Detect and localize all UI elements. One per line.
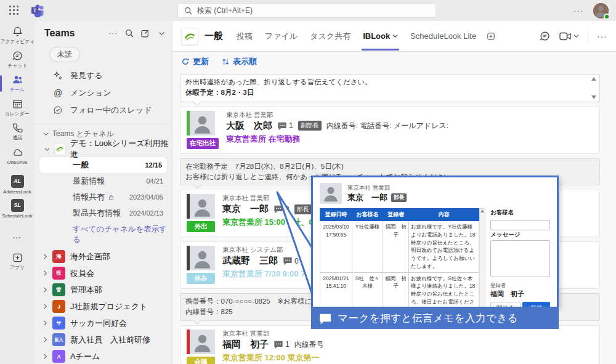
compose-chevron-icon[interactable] — [159, 31, 164, 36]
rail-item-calendar[interactable]: カレンダー — [0, 95, 34, 119]
sort-order-button[interactable]: 表示順 — [221, 56, 257, 67]
memo-content: お疲れ様です。Y社佐藤様よりお電話ありました。18時戻りの旨伝えたところ、明日改… — [409, 221, 479, 273]
location-status[interactable]: 東京営業所 12:00 東京第一 — [222, 352, 593, 363]
sidebar-item-discover[interactable]: 発見する — [34, 67, 172, 84]
channel-header: 一般 投稿 ファイル タスク共有 IBLook ScheduleLook Lit… — [172, 21, 616, 52]
channel-latest-info[interactable]: 最新情報 04/21 — [34, 173, 172, 189]
table-row[interactable]: 2025/01/21 15:41:10 S社 佐々木様 福岡 初子 お疲れ様です… — [320, 272, 479, 309]
chevron-down-icon — [392, 34, 398, 38]
person-name: 福岡 初子 — [222, 339, 269, 350]
refresh-button[interactable]: 更新 — [181, 56, 209, 67]
channel-date: 12/15 — [145, 161, 162, 169]
look-series-logo — [181, 28, 198, 45]
cloud-icon — [11, 147, 23, 158]
titlebar-more-icon[interactable]: ··· — [573, 6, 583, 15]
status-badge: 休み — [187, 273, 215, 284]
teams-people-icon — [11, 74, 24, 86]
memo-customer: Y社佐藤様 — [352, 221, 383, 273]
tab-schedulelook-lite[interactable]: ScheduleLook Lite — [410, 31, 476, 41]
teams-window: T 検索 (Ctrl+Alt+E) ··· アクティビティ チャット チーム カ… — [0, 0, 616, 364]
scroll-up-icon[interactable] — [480, 209, 484, 212]
rail-item-schedulelook[interactable]: SL ScheduleLook — [0, 196, 34, 220]
compose-icon[interactable] — [141, 29, 152, 38]
person-photo[interactable] — [187, 246, 215, 270]
svg-text:T: T — [33, 7, 37, 14]
add-app-icon — [12, 252, 23, 264]
teams-logo-icon[interactable]: T — [31, 4, 46, 17]
teams-sidebar: Teams ··· 未読 発見する @ メンション フォロー中のスレッド Tea… — [34, 21, 172, 364]
tab-files[interactable]: ファイル — [265, 31, 298, 42]
memo-registrant: 福岡 初子 — [383, 221, 409, 273]
phone-icon — [12, 122, 23, 134]
rail-item-calls[interactable]: 通話 — [0, 119, 34, 144]
rail-item-onedrive[interactable]: OneDrive — [0, 144, 34, 168]
search-icon — [184, 7, 192, 15]
lock-icon — [108, 194, 115, 201]
channel-product-share[interactable]: 製品共有情報 2024/02/13 — [34, 205, 172, 221]
show-all-channels-link[interactable]: すべてのチャネルを表示する — [34, 221, 172, 248]
spin-down-icon[interactable] — [591, 95, 596, 99]
meet-now-button[interactable] — [559, 31, 579, 41]
tab-posts[interactable]: 投稿 — [237, 31, 253, 42]
presence-bar — [187, 246, 190, 270]
team-new-employees[interactable]: 新入 新入社員 入社前研修 — [34, 331, 172, 348]
rail-item-chat[interactable]: チャット — [0, 47, 34, 71]
memo-bubble-icon[interactable] — [274, 340, 283, 349]
team-overseas-planning[interactable]: 海 海外企画部 — [34, 248, 172, 265]
chevron-right-icon — [43, 320, 47, 326]
notes-banner[interactable]: 外出時連絡があった際、折り返しする旨伝えてください。 休暇予定：8月2・3日 — [180, 74, 600, 102]
registrant-name: 福岡 初子 — [490, 289, 550, 299]
rail-item-activity[interactable]: アクティビティ — [0, 23, 34, 47]
header-more-icon[interactable]: ··· — [597, 31, 607, 41]
team-j-project[interactable]: J J社新規プロジェクト — [34, 298, 172, 315]
add-tab-icon[interactable] — [486, 31, 496, 41]
calendar-icon — [12, 98, 23, 110]
spin-up-icon[interactable] — [591, 77, 596, 81]
user-avatar[interactable] — [593, 3, 609, 18]
memo-datetime: 2025/03/10 17:50:55 — [320, 221, 352, 273]
channel-date: 2024/02/13 — [129, 209, 163, 217]
person-photo[interactable] — [187, 111, 215, 135]
banner-spinner — [591, 77, 596, 99]
customer-name-input[interactable] — [490, 220, 550, 230]
col-header: 登録日時 — [320, 209, 352, 221]
rail-item-apps[interactable]: アプリ — [0, 249, 34, 273]
app-launcher-icon[interactable] — [6, 4, 22, 17]
more-apps-icon: ··· — [13, 234, 22, 241]
job-title-badge: 部長 — [391, 193, 407, 202]
table-scrollbar[interactable] — [479, 208, 485, 309]
search-input[interactable]: 検索 (Ctrl+Alt+E) — [177, 3, 436, 18]
rail-item-teams[interactable]: チーム — [0, 71, 34, 95]
unread-filter-pill[interactable]: 未読 — [49, 47, 80, 62]
sidebar-item-followed-threads[interactable]: フォロー中のスレッド — [34, 102, 172, 119]
chevron-down-icon — [44, 147, 50, 152]
person-name: 東京 一郎 — [347, 192, 387, 203]
team-a-team[interactable]: A Aチーム — [34, 348, 172, 364]
team-demo-look[interactable]: デモ：Lookシリーズ利用推進 — [34, 141, 172, 157]
person-card: 会議 東京本社 営業部 福岡 初子 1 内線番号 東京営業所 12:00 東京第… — [180, 325, 600, 364]
channel-title: 一般 — [205, 30, 223, 42]
channel-chat-icon[interactable] — [539, 30, 551, 42]
tab-iblook[interactable]: IBLook — [363, 31, 398, 41]
rail-item-addresslook[interactable]: AL AddressLook — [0, 172, 34, 196]
sidebar-search-icon[interactable] — [125, 29, 134, 38]
location-status[interactable]: 東京営業所 在宅勤務 — [226, 134, 593, 145]
person-photo[interactable] — [187, 330, 215, 354]
channel-info-share[interactable]: 情報共有 2023/04/05 — [34, 189, 172, 205]
sidebar-more-icon[interactable]: ··· — [108, 29, 118, 38]
team-soccer-club[interactable]: サ サッカー同好会 — [34, 315, 172, 331]
memo-bubble-icon[interactable] — [277, 121, 287, 131]
sidebar-item-mentions[interactable]: @ メンション — [34, 84, 172, 102]
rail-item-more[interactable]: ··· — [0, 225, 34, 249]
table-row[interactable]: 2025/03/10 17:50:55 Y社佐藤様 福岡 初子 お疲れ様です。Y… — [320, 221, 479, 273]
message-textarea[interactable] — [490, 240, 550, 277]
person-photo[interactable] — [187, 194, 215, 219]
team-admin-hq[interactable]: 管 管理本部 — [34, 281, 172, 298]
popup-pointer-tail — [262, 184, 317, 313]
chevron-right-icon — [43, 337, 47, 342]
tab-task-share[interactable]: タスク共有 — [310, 31, 351, 42]
memo-bubble-icon — [318, 313, 332, 325]
banner-line: 外出時連絡があった際、折り返しする旨伝えてください。 — [185, 77, 583, 87]
team-board[interactable]: 役 役員会 — [34, 265, 172, 281]
app-rail: アクティビティ チャット チーム カレンダー 通話 OneDrive AL Ad… — [0, 21, 34, 364]
